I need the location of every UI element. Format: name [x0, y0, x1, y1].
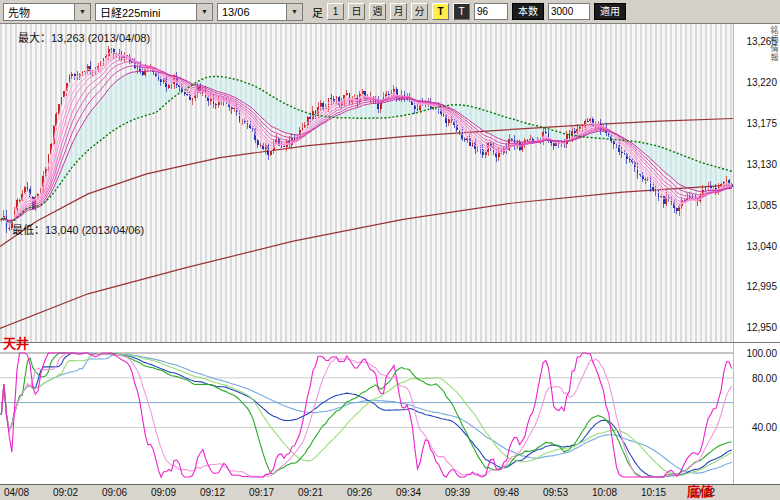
- oscillator-axis-label: 80.00: [752, 373, 777, 384]
- time-axis-label: 09:34: [396, 487, 421, 498]
- period-minute-button[interactable]: 分: [411, 3, 428, 20]
- period-tick-button[interactable]: T: [432, 3, 449, 20]
- time-axis-label: 09:26: [347, 487, 372, 498]
- period-1min-button[interactable]: 1: [327, 3, 344, 20]
- max-price-annotation: 最大：13,263 (2013/04/08): [18, 29, 150, 45]
- price-axis-label: 13,085: [746, 200, 777, 211]
- price-axis-label: 13,175: [746, 118, 777, 129]
- min-price-annotation: 最低：13,040 (2013/04/06): [12, 221, 144, 237]
- oscillator-axis-label: 40.00: [752, 422, 777, 433]
- oscillator-axis-label: 100.00: [746, 348, 777, 359]
- price-axis-label: 12,950: [746, 322, 777, 333]
- time-axis-label: 04/08: [4, 487, 29, 498]
- time-axis-label: 09:02: [53, 487, 78, 498]
- price-axis: 13,26513,22013,17513,13013,08513,04012,9…: [733, 24, 780, 342]
- bar-count-input[interactable]: [548, 3, 590, 20]
- bars-count-label: 本数: [512, 3, 544, 20]
- price-chart-canvas[interactable]: [0, 24, 733, 342]
- chevron-down-icon[interactable]: ▼: [196, 4, 212, 20]
- time-axis-label: 09:48: [494, 487, 519, 498]
- instrument-select[interactable]: 日経225mini ▼: [95, 3, 213, 21]
- toolbar: 先物 ▼ 日経225mini ▼ 13/06 ▼ 足 1 日 週 月 分 T T…: [0, 0, 780, 24]
- price-axis-label: 12,995: [746, 281, 777, 292]
- category-select-value: 先物: [4, 4, 74, 20]
- timeframe-label: 足: [312, 4, 323, 20]
- time-axis-label: 09:12: [200, 487, 225, 498]
- period-month-button[interactable]: 月: [390, 3, 407, 20]
- oscillator-axis: 100.0080.0040.00: [733, 343, 780, 484]
- ceiling-label: 天井: [3, 333, 29, 352]
- apply-button[interactable]: 適用: [594, 3, 626, 20]
- price-axis-label: 13,130: [746, 159, 777, 170]
- time-axis-label: 09:21: [298, 487, 323, 498]
- period-week-button[interactable]: 週: [369, 3, 386, 20]
- chevron-down-icon[interactable]: ▼: [74, 4, 90, 20]
- time-axis-label: 10:15: [641, 487, 666, 498]
- side-vertical-label: 銘柄情報: [768, 26, 779, 62]
- instrument-select-value: 日経225mini: [96, 4, 196, 20]
- oscillator-canvas[interactable]: [0, 343, 733, 483]
- period-tick-alt-button[interactable]: T: [453, 3, 470, 20]
- time-axis: 04/0809:0209:0609:0909:1209:1709:2109:26…: [0, 484, 780, 500]
- floor-label: 底値: [687, 481, 713, 500]
- time-axis-label: 09:17: [249, 487, 274, 498]
- price-chart-panel: 最大：13,263 (2013/04/08) 最低：13,040 (2013/0…: [0, 24, 780, 342]
- chart-application: 先物 ▼ 日経225mini ▼ 13/06 ▼ 足 1 日 週 月 分 T T…: [0, 0, 780, 500]
- time-axis-label: 09:06: [102, 487, 127, 498]
- ticks-per-bar-input[interactable]: [474, 3, 508, 20]
- price-axis-label: 13,220: [746, 77, 777, 88]
- oscillator-panel: 天井 100.0080.0040.00: [0, 342, 780, 484]
- time-axis-label: 09:53: [543, 487, 568, 498]
- price-axis-label: 13,040: [746, 241, 777, 252]
- time-axis-label: 09:09: [151, 487, 176, 498]
- period-day-button[interactable]: 日: [348, 3, 365, 20]
- time-axis-label: 09:39: [445, 487, 470, 498]
- time-axis-label: 10:08: [592, 487, 617, 498]
- contract-month-value: 13/06: [218, 6, 286, 18]
- contract-month-select[interactable]: 13/06 ▼: [217, 3, 303, 21]
- category-select[interactable]: 先物 ▼: [3, 3, 91, 21]
- chevron-down-icon[interactable]: ▼: [286, 4, 302, 20]
